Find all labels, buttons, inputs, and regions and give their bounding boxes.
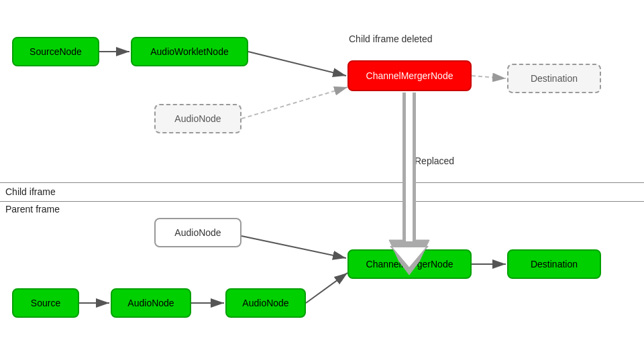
replaced-text: Replaced xyxy=(415,156,454,166)
parent-frame-label: Parent frame xyxy=(5,204,60,215)
audio-node-top-dashed: AudioNode xyxy=(154,104,241,133)
svg-line-6 xyxy=(472,76,506,78)
channel-merger-node-parent: ChannelMergerNode xyxy=(347,249,472,279)
svg-line-14 xyxy=(241,236,346,258)
audio-node-parent-left: AudioNode xyxy=(111,288,191,318)
parent-divider xyxy=(0,201,644,202)
source-node-parent: Source xyxy=(12,288,79,318)
destination-node-top: Destination xyxy=(507,64,601,93)
child-deleted-text: Child iframe deleted xyxy=(349,34,433,44)
audio-worklet-node: AudioWorkletNode xyxy=(131,37,248,66)
child-iframe-label: Child iframe xyxy=(5,186,56,197)
destination-node-parent: Destination xyxy=(507,249,601,279)
child-divider xyxy=(0,182,644,183)
svg-line-5 xyxy=(248,52,346,76)
svg-line-18 xyxy=(306,273,347,303)
diagram-container: Child iframe Parent frame Child iframe d… xyxy=(0,0,644,362)
svg-line-7 xyxy=(241,87,347,119)
audio-node-parent-right: AudioNode xyxy=(225,288,306,318)
source-node: SourceNode xyxy=(12,37,99,66)
audio-node-parent-top: AudioNode xyxy=(154,218,241,247)
channel-merger-node-top: ChannelMergerNode xyxy=(347,60,472,91)
